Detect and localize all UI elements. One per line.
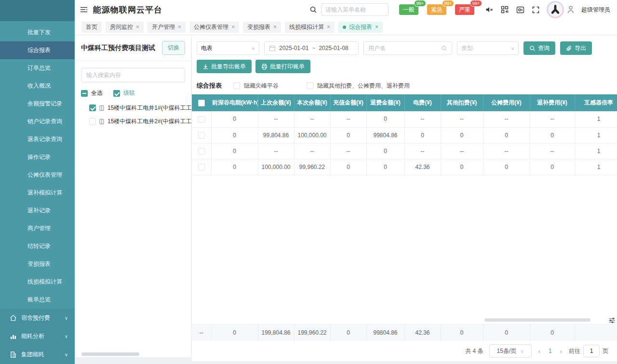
close-icon[interactable]: ×	[375, 24, 378, 30]
checkbox-indeterminate[interactable]	[81, 90, 88, 97]
column-header[interactable]: 退补费用(¥)	[530, 94, 575, 111]
table-cell: 99,804.86	[258, 127, 294, 143]
sidebar-item-revenue-overview[interactable]: 收入概况	[0, 77, 75, 95]
table-row[interactable]: 0 100,000.00 99,960.22 0 0 42.36 0 0 0 1	[192, 159, 617, 175]
close-icon[interactable]: ×	[327, 24, 330, 30]
sidebar-item-meter-return-records[interactable]: 退表记录查询	[0, 130, 75, 148]
alert-badge-urgent[interactable]: 紧急 99+	[427, 4, 446, 15]
user-profile-icon[interactable]	[567, 5, 575, 14]
column-header[interactable]: 充值金额(¥)	[330, 94, 366, 111]
select-all-checkbox[interactable]: 全选	[81, 89, 103, 97]
next-page-icon[interactable]: ›	[559, 348, 563, 355]
avatar[interactable]	[547, 1, 564, 18]
fullscreen-icon[interactable]	[532, 6, 540, 14]
summary-cell: 0	[330, 325, 366, 341]
checkbox-unchecked[interactable]	[307, 82, 313, 89]
sidebar-item-bill-overview[interactable]: 账单总览	[0, 291, 75, 309]
checkbox-unchecked[interactable]	[89, 118, 96, 125]
checkbox-checked[interactable]	[113, 90, 120, 97]
cascade-checkbox[interactable]: 级联	[113, 89, 135, 97]
sidebar-item-balance-alarm-records[interactable]: 余额报警记录	[0, 95, 75, 113]
table-row[interactable]: 0 -- -- -- 0 -- -- -- -- 1	[192, 143, 617, 159]
row-checkbox-cell[interactable]	[192, 127, 211, 143]
sidebar-item-operation-records[interactable]: 操作记录	[0, 148, 75, 166]
column-header[interactable]: 本次余额(¥)	[294, 94, 330, 111]
tab-account-open[interactable]: 开户管理 ×	[148, 22, 186, 33]
row-checkbox-cell[interactable]	[192, 159, 211, 175]
batch-print-bills-button[interactable]: 批量打印账单	[255, 60, 310, 73]
sidebar-item-merchant-management[interactable]: 商户管理	[0, 220, 75, 237]
tab-line-loss[interactable]: 线损模拟计算 ×	[285, 22, 335, 33]
alert-badge-normal[interactable]: 一般 99+	[399, 4, 418, 15]
sidebar-group-energy-analysis[interactable]: 能耗分析 ∨	[0, 327, 75, 345]
batch-export-bills-button[interactable]: 批量导出账单	[197, 60, 252, 73]
header-checkbox[interactable]	[198, 100, 205, 106]
table-row[interactable]: 0 -- -- -- 0 -- -- -- -- 1	[192, 111, 617, 127]
sidebar-group-group-energy[interactable]: 集团能耗 ∨	[0, 345, 75, 364]
table-horizontal-scrollbar[interactable]	[484, 318, 590, 322]
type-placeholder: 类型	[461, 44, 473, 52]
export-button[interactable]: 导出	[560, 41, 592, 55]
tab-transformer-loss[interactable]: 变损报表 ×	[243, 22, 281, 33]
close-icon[interactable]: ×	[136, 24, 139, 30]
row-checkbox[interactable]	[198, 132, 205, 139]
tab-room-monitor[interactable]: 房间监控 ×	[106, 22, 144, 33]
username-input[interactable]	[368, 45, 441, 52]
column-header[interactable]: 前深谷电能(kW·h)	[211, 94, 258, 111]
type-select[interactable]: 类型 ∨	[457, 41, 519, 55]
close-icon[interactable]: ×	[231, 24, 235, 30]
tree-search-input[interactable]	[81, 68, 185, 82]
row-checkbox[interactable]	[198, 148, 205, 155]
sidebar-item-comprehensive-report[interactable]: 综合报表	[0, 41, 75, 59]
column-header[interactable]: 上次余额(¥)	[258, 94, 294, 111]
sidebar-item-transformer-loss-report[interactable]: 变损报表	[0, 255, 75, 273]
checkbox-unchecked[interactable]	[233, 82, 240, 89]
row-checkbox[interactable]	[198, 164, 205, 170]
checkbox-checked[interactable]	[89, 104, 96, 111]
column-header[interactable]: 电费(¥)	[404, 94, 441, 111]
menu-search-input[interactable]	[321, 3, 389, 16]
screenshot-icon[interactable]	[516, 5, 525, 14]
date-range-picker[interactable]: 2025-01-01 ~ 2025-01-08	[264, 41, 359, 55]
meter-type-select[interactable]: 电表 ∨	[197, 41, 259, 55]
hide-peak-valley-checkbox[interactable]: 隐藏尖峰平谷	[233, 82, 279, 90]
prev-page-icon[interactable]: ‹	[537, 348, 541, 355]
row-checkbox-cell[interactable]	[192, 143, 211, 159]
table-row[interactable]: 0 99,804.86 100,000.00 0 99804.86 0 0 0 …	[192, 127, 617, 143]
sidebar-item-refund-records[interactable]: 退补记录	[0, 202, 75, 220]
sidebar-item-carryover-records[interactable]: 结转记录	[0, 237, 75, 255]
current-username[interactable]: 超级管理员	[581, 6, 610, 14]
tab-home[interactable]: 首页	[81, 22, 102, 33]
close-icon[interactable]: ×	[178, 24, 181, 30]
row-checkbox[interactable]	[198, 116, 205, 123]
column-header[interactable]: 公摊费用(¥)	[483, 94, 530, 111]
sidebar-item-refund-simulation[interactable]: 退补模拟计算	[0, 184, 75, 202]
sidebar-item-account-close-records[interactable]: 销户记录查询	[0, 113, 75, 130]
mute-speaker-icon[interactable]	[485, 5, 494, 14]
column-header[interactable]: 互感器倍率	[575, 94, 617, 111]
sidebar-group-dormitory-prepaid[interactable]: 宿舍预付费 ∨	[0, 309, 75, 327]
goto-page-input[interactable]	[583, 345, 600, 357]
current-page-number[interactable]: 1	[547, 348, 553, 354]
hide-other-fees-checkbox[interactable]: 隐藏其他扣费、公摊费用、退补费用	[307, 82, 410, 90]
column-header[interactable]: 其他扣费(¥)	[441, 94, 483, 111]
tree-horizontal-scrollbar[interactable]	[81, 352, 139, 356]
page-size-select[interactable]: 15条/页 ∨	[489, 344, 532, 358]
menu-collapse-icon[interactable]	[80, 5, 88, 14]
apps-grid-icon[interactable]	[500, 5, 509, 14]
query-button[interactable]: 查询	[523, 41, 555, 55]
close-icon[interactable]: ×	[273, 24, 277, 30]
sidebar-item-batch-dispatch[interactable]: 批量下发	[0, 24, 75, 41]
sidebar-item-order-overview[interactable]: 订单总览	[0, 59, 75, 77]
sidebar-item-shared-meter-management[interactable]: 公摊仪表管理	[0, 166, 75, 184]
alert-badge-severe[interactable]: 严重 99+	[455, 4, 474, 15]
column-header[interactable]: 退费金额(¥)	[366, 94, 404, 111]
tab-comprehensive-report[interactable]: 综合报表 ×	[338, 22, 383, 33]
sidebar-item-line-loss-simulation[interactable]: 线损模拟计算	[0, 273, 75, 291]
tab-shared-meter[interactable]: 公摊仪表管理 ×	[189, 22, 239, 33]
select-all-column-header[interactable]	[192, 94, 211, 111]
tree-node-meter-2[interactable]: 15楼中煤科工电井2#(中煤科工工程咨询	[89, 115, 191, 128]
row-checkbox-cell[interactable]	[192, 111, 211, 127]
tree-node-meter-1[interactable]: 15楼中煤科工电井1#(中煤科工工程咨询	[89, 101, 191, 115]
switch-project-button[interactable]: 切换	[162, 41, 185, 55]
